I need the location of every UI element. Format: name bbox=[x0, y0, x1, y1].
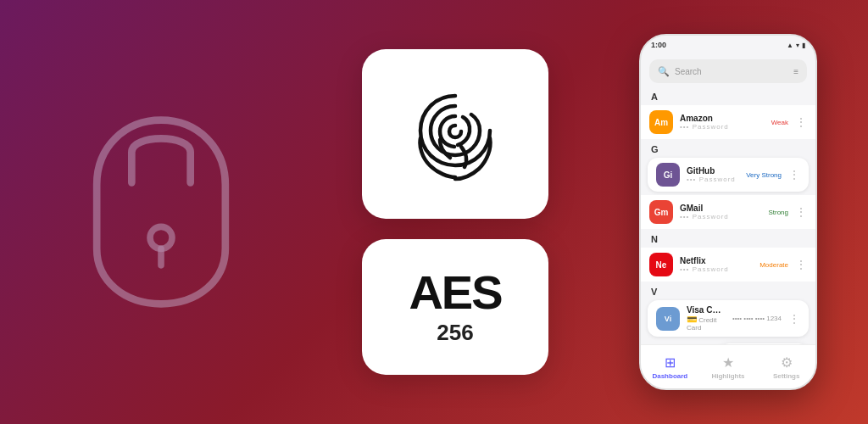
gmail-strength: Strong bbox=[768, 209, 788, 216]
github-menu[interactable]: ⋮ bbox=[788, 168, 800, 181]
bottom-nav: ⊞ Dashboard ★ Highlights ⚙ Settings bbox=[641, 344, 815, 388]
add-element-container: + + Add element bbox=[641, 338, 815, 344]
github-avatar: Gi bbox=[656, 163, 680, 187]
highlights-label: Highlights bbox=[711, 372, 744, 380]
dashboard-label: Dashboard bbox=[652, 372, 687, 380]
dashboard-icon: ⊞ bbox=[665, 354, 676, 371]
visa-avatar: Vi bbox=[656, 307, 680, 331]
section-a-label: A bbox=[641, 88, 815, 103]
settings-icon: ⚙ bbox=[781, 354, 793, 371]
section-n-label: N bbox=[641, 231, 815, 246]
list-item[interactable]: Gi GitHub ••• Password Very Strong ⋮ bbox=[648, 158, 809, 192]
github-type: ••• Password bbox=[687, 176, 739, 183]
visa-menu[interactable]: ⋮ bbox=[788, 312, 800, 326]
fingerprint-icon bbox=[400, 79, 510, 189]
amazon-avatar: Am bbox=[649, 110, 673, 134]
list-item[interactable]: Am Amazon ••• Password Weak ⋮ bbox=[641, 105, 815, 139]
aes-title: AES bbox=[409, 269, 501, 316]
highlights-icon: ★ bbox=[722, 354, 734, 371]
aes-number: 256 bbox=[437, 320, 473, 346]
filter-icon[interactable]: ≡ bbox=[793, 67, 798, 76]
search-bar[interactable]: 🔍 Search ≡ bbox=[649, 59, 807, 83]
lock-area bbox=[51, 25, 271, 399]
gmail-avatar: Gm bbox=[649, 200, 673, 224]
netflix-name: Netflix bbox=[680, 256, 753, 265]
amazon-type: ••• Password bbox=[680, 123, 765, 131]
lock-icon bbox=[68, 102, 254, 322]
gmail-info: GMail ••• Password bbox=[680, 204, 761, 220]
amazon-name: Amazon bbox=[680, 114, 765, 123]
main-scene: AES 256 1:00 ▲ ▾ ▮ 🔍 Search ≡ bbox=[0, 0, 868, 424]
search-placeholder: Search bbox=[675, 67, 788, 76]
wifi-icon: ▾ bbox=[796, 42, 799, 49]
nav-settings[interactable]: ⚙ Settings bbox=[757, 354, 815, 380]
status-time: 1:00 bbox=[651, 41, 666, 49]
nav-highlights[interactable]: ★ Highlights bbox=[699, 354, 758, 380]
netflix-type: ••• Password bbox=[680, 265, 753, 273]
gmail-type: ••• Password bbox=[680, 213, 761, 220]
list-item[interactable]: Ne Netflix ••• Password Moderate ⋮ bbox=[641, 248, 815, 282]
cards-area: AES 256 bbox=[362, 49, 548, 375]
amazon-info: Amazon ••• Password bbox=[680, 114, 765, 131]
fingerprint-card bbox=[362, 49, 548, 219]
amazon-strength: Weak bbox=[771, 119, 788, 126]
github-name: GitHub bbox=[687, 166, 739, 176]
visa-type: 💳 Credit Card bbox=[687, 315, 726, 332]
status-bar: 1:00 ▲ ▾ ▮ bbox=[641, 36, 815, 54]
phone-content: A Am Amazon ••• Password Weak ⋮ G Gi Git… bbox=[641, 88, 815, 344]
status-icons: ▲ ▾ ▮ bbox=[787, 42, 805, 49]
visa-info: Visa Card 💳 Credit Card bbox=[687, 305, 726, 332]
netflix-info: Netflix ••• Password bbox=[680, 256, 753, 273]
netflix-menu[interactable]: ⋮ bbox=[795, 258, 807, 271]
github-info: GitHub ••• Password bbox=[687, 166, 739, 183]
battery-icon: ▮ bbox=[802, 42, 805, 49]
github-strength: Very Strong bbox=[746, 171, 782, 179]
list-item[interactable]: Vi Visa Card 💳 Credit Card •••• •••• •••… bbox=[648, 300, 809, 337]
svg-point-0 bbox=[150, 226, 172, 248]
visa-number: •••• •••• •••• 1234 bbox=[732, 315, 782, 322]
gmail-name: GMail bbox=[680, 204, 761, 213]
amazon-menu[interactable]: ⋮ bbox=[795, 115, 807, 129]
gmail-menu[interactable]: ⋮ bbox=[795, 205, 807, 219]
section-v-label: V bbox=[641, 283, 815, 298]
netflix-strength: Moderate bbox=[760, 261, 788, 269]
section-g-label: G bbox=[641, 141, 815, 156]
settings-label: Settings bbox=[773, 372, 800, 380]
signal-icon: ▲ bbox=[787, 42, 793, 49]
nav-dashboard[interactable]: ⊞ Dashboard bbox=[641, 354, 699, 380]
visa-name: Visa Card bbox=[687, 305, 726, 315]
netflix-avatar: Ne bbox=[649, 253, 673, 276]
phone-area: 1:00 ▲ ▾ ▮ 🔍 Search ≡ A Am bbox=[639, 34, 817, 390]
search-icon: 🔍 bbox=[658, 66, 670, 77]
list-item[interactable]: Gm GMail ••• Password Strong ⋮ bbox=[641, 195, 815, 229]
phone-mockup: 1:00 ▲ ▾ ▮ 🔍 Search ≡ A Am bbox=[639, 34, 817, 390]
aes-card: AES 256 bbox=[362, 239, 548, 375]
